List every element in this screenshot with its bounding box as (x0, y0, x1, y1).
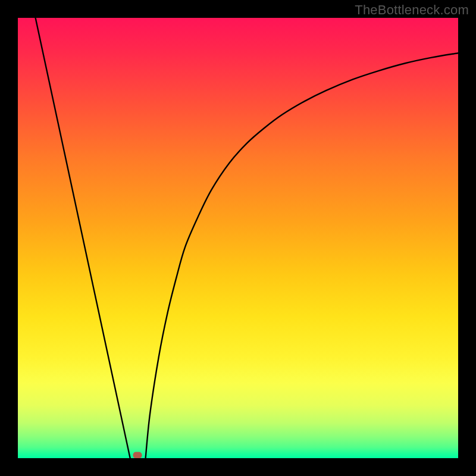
curve-svg (18, 18, 458, 458)
curve-right-branch (146, 53, 458, 458)
plot-area (18, 18, 458, 458)
curve-left-branch (36, 18, 130, 458)
watermark-text: TheBottleneck.com (355, 2, 469, 18)
minimum-marker (133, 452, 142, 458)
